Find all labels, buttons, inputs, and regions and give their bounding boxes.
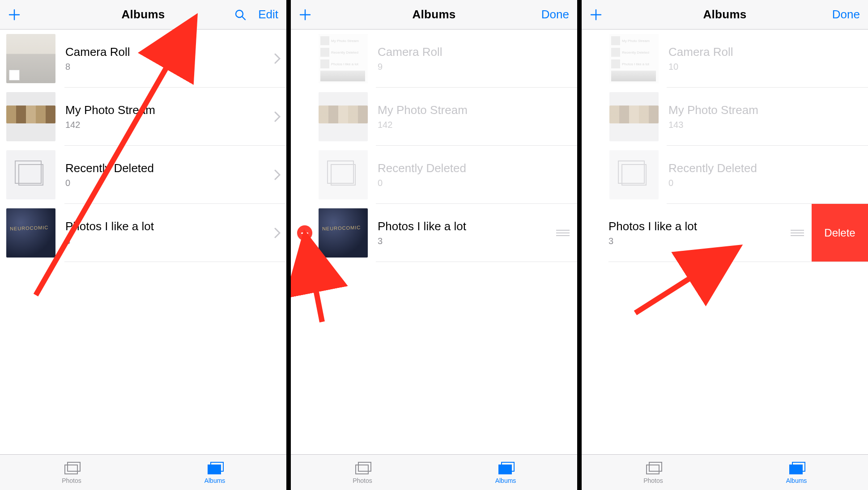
photos-tab-icon xyxy=(644,461,662,475)
photos-tab-icon xyxy=(353,461,371,475)
chevron-right-icon xyxy=(268,111,286,122)
tab-albums[interactable]: Albums xyxy=(143,455,286,490)
tab-albums[interactable]: Albums xyxy=(434,455,577,490)
album-thumb xyxy=(6,208,55,258)
screen-3: Albums Done My Photo Stream Recently Del… xyxy=(582,0,868,490)
album-row-recently-deleted: Recently Deleted 0 xyxy=(582,146,868,204)
tab-bar: Photos Albums xyxy=(0,454,286,490)
tab-label: Photos xyxy=(62,477,81,484)
albums-list: Camera Roll 8 My Photo Stream 142 Recent… xyxy=(0,30,286,454)
album-row-photo-stream: My Photo Stream 142 xyxy=(291,88,577,146)
screen-2: Albums Done My Photo Stream Recently Del… xyxy=(291,0,577,490)
add-album-button[interactable] xyxy=(590,8,602,21)
album-row-photos-i-like[interactable]: Photos I like a lot 3 xyxy=(0,204,286,262)
album-row-photos-i-like[interactable]: Photos I like a lot 3 Delete xyxy=(582,204,868,262)
nav-bar: Albums Edit xyxy=(0,0,286,30)
album-count: 3 xyxy=(378,236,553,246)
tab-photos[interactable]: Photos xyxy=(582,455,725,490)
albums-tab-icon xyxy=(497,461,515,475)
album-title: Camera Roll xyxy=(378,45,577,59)
tab-label: Photos xyxy=(353,477,372,484)
album-count: 3 xyxy=(65,236,268,246)
album-count: 10 xyxy=(668,62,868,72)
album-thumb xyxy=(6,34,55,83)
chevron-right-icon xyxy=(268,53,286,64)
tab-albums[interactable]: Albums xyxy=(725,455,868,490)
album-thumb: My Photo Stream Recently Deleted Photos … xyxy=(609,34,659,83)
album-title: My Photo Stream xyxy=(65,103,268,117)
album-title: Photos I like a lot xyxy=(65,220,268,233)
album-count: 9 xyxy=(378,62,577,72)
album-title: Recently Deleted xyxy=(378,161,577,175)
nav-title: Albums xyxy=(582,8,868,21)
album-row-recently-deleted: Recently Deleted 0 xyxy=(291,146,577,204)
delete-minus-icon[interactable] xyxy=(297,225,312,241)
chevron-right-icon xyxy=(268,169,286,180)
album-thumb xyxy=(6,92,55,141)
tab-label: Albums xyxy=(786,477,807,484)
tab-bar: Photos Albums xyxy=(582,454,868,490)
done-button[interactable]: Done xyxy=(832,8,860,21)
chevron-right-icon xyxy=(268,228,286,238)
album-title: My Photo Stream xyxy=(668,103,868,117)
album-count: 0 xyxy=(668,178,868,188)
album-title: Photos I like a lot xyxy=(378,220,553,233)
tab-label: Photos xyxy=(643,477,663,484)
album-row-recently-deleted[interactable]: Recently Deleted 0 xyxy=(0,146,286,204)
done-button[interactable]: Done xyxy=(541,8,569,21)
tab-photos[interactable]: Photos xyxy=(0,455,143,490)
album-row-photos-i-like[interactable]: Photos I like a lot 3 xyxy=(291,204,577,262)
delete-button[interactable]: Delete xyxy=(812,204,868,262)
add-album-button[interactable] xyxy=(8,8,21,21)
album-row-camera-roll[interactable]: Camera Roll 8 xyxy=(0,30,286,88)
nav-title: Albums xyxy=(291,8,577,21)
album-count: 8 xyxy=(65,62,268,72)
album-title: Recently Deleted xyxy=(65,161,268,175)
album-count: 0 xyxy=(378,178,577,188)
album-row-camera-roll: My Photo Stream Recently Deleted Photos … xyxy=(582,30,868,88)
reorder-handle-icon[interactable] xyxy=(787,230,807,236)
reorder-handle-icon[interactable] xyxy=(553,230,573,236)
album-thumb xyxy=(609,92,659,141)
album-count: 142 xyxy=(378,120,577,130)
album-count: 3 xyxy=(608,236,787,246)
album-row-camera-roll: My Photo Stream Recently Deleted Photos … xyxy=(291,30,577,88)
album-count: 0 xyxy=(65,178,268,188)
albums-list-editing: My Photo Stream Recently Deleted Photos … xyxy=(582,30,868,454)
album-thumb xyxy=(319,208,368,258)
albums-tab-icon xyxy=(787,461,805,475)
album-title: Recently Deleted xyxy=(668,161,868,175)
tab-label: Albums xyxy=(495,477,516,484)
album-thumb xyxy=(6,150,55,199)
nav-bar: Albums Done xyxy=(291,0,577,30)
album-thumb xyxy=(609,150,659,199)
album-thumb xyxy=(319,150,368,199)
album-thumb: My Photo Stream Recently Deleted Photos … xyxy=(319,34,368,83)
album-row-photo-stream[interactable]: My Photo Stream 142 xyxy=(0,88,286,146)
three-screen-tutorial: Albums Edit Camera Roll 8 xyxy=(0,0,868,490)
album-title: Camera Roll xyxy=(668,45,868,59)
album-thumb xyxy=(319,92,368,141)
edit-button[interactable]: Edit xyxy=(258,8,278,21)
search-icon[interactable] xyxy=(234,8,247,21)
nav-bar: Albums Done xyxy=(582,0,868,30)
photos-tab-icon xyxy=(63,461,81,475)
tab-photos[interactable]: Photos xyxy=(291,455,434,490)
add-album-button[interactable] xyxy=(299,8,311,21)
tab-label: Albums xyxy=(204,477,226,484)
albums-list-editing: My Photo Stream Recently Deleted Photos … xyxy=(291,30,577,454)
album-count: 142 xyxy=(65,120,268,130)
albums-tab-icon xyxy=(206,461,224,475)
album-count: 143 xyxy=(668,120,868,130)
screen-1: Albums Edit Camera Roll 8 xyxy=(0,0,286,490)
album-title: Photos I like a lot xyxy=(608,220,787,233)
album-title: Camera Roll xyxy=(65,45,268,59)
tab-bar: Photos Albums xyxy=(291,454,577,490)
album-row-photo-stream: My Photo Stream 143 xyxy=(582,88,868,146)
album-title: My Photo Stream xyxy=(378,103,577,117)
